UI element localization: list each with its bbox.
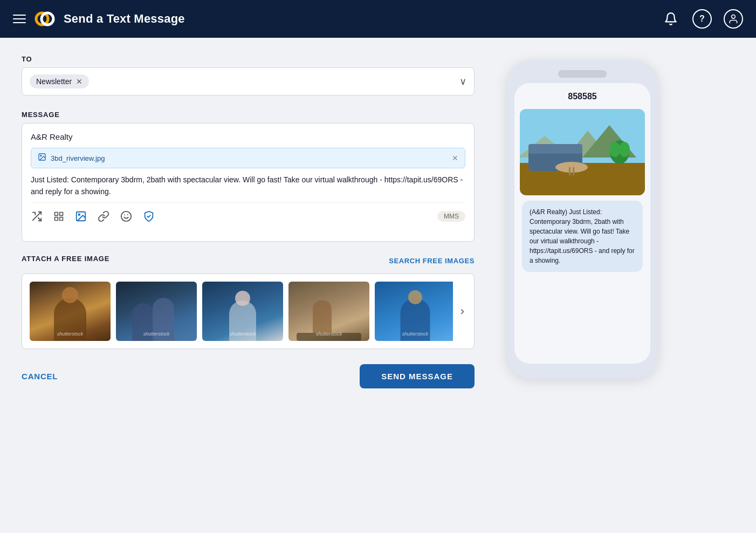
watermark-1: shutterstock: [57, 331, 84, 337]
watermark-3: shutterstock: [230, 331, 256, 337]
gallery-image-3[interactable]: shutterstock: [202, 282, 283, 341]
to-input-left: Newsletter ✕: [30, 74, 89, 88]
message-body-text[interactable]: Just Listed: Contemporary 3bdrm, 2bath w…: [31, 174, 465, 198]
attachment-bar: 3bd_riverview.jpg ✕: [31, 148, 465, 168]
message-toolbar: MMS: [31, 202, 465, 222]
phone-notch: [558, 70, 607, 78]
attach-header: ATTACH A FREE IMAGE SEARCH FREE IMAGES: [22, 255, 475, 267]
gallery-next-button[interactable]: ›: [458, 304, 466, 318]
message-label: MESSAGE: [22, 111, 475, 119]
svg-rect-10: [55, 217, 58, 220]
image-scroll: shutterstock shutterstock: [30, 282, 453, 341]
to-section: TO Newsletter ✕ ∨: [22, 55, 475, 95]
gallery-image-5[interactable]: shutterstock: [375, 282, 453, 341]
message-section: MESSAGE A&R Realty 3bd_riverview.jpg: [22, 111, 475, 242]
svg-rect-22: [528, 144, 582, 154]
watermark-2: shutterstock: [143, 331, 170, 337]
attach-label: ATTACH A FREE IMAGE: [22, 255, 109, 263]
phone-notch-area: [514, 70, 650, 78]
svg-rect-9: [60, 217, 63, 220]
watermark-4: shutterstock: [316, 331, 342, 337]
phone-preview-number: 858585: [520, 92, 645, 101]
attachment-filename: 3bd_riverview.jpg: [51, 154, 105, 162]
sender-name: A&R Realty: [31, 132, 465, 141]
form-section: TO Newsletter ✕ ∨ MESSAGE A&R Realty: [22, 55, 475, 388]
merge-fields-icon[interactable]: [31, 210, 43, 222]
phone-screen: 858585: [514, 83, 650, 364]
attachment-info: 3bd_riverview.jpg: [38, 153, 105, 163]
svg-point-12: [78, 214, 80, 215]
phone-frame: 858585: [507, 60, 658, 379]
svg-rect-24: [569, 167, 571, 175]
gallery-image-1[interactable]: shutterstock: [30, 282, 111, 341]
send-message-button[interactable]: SEND MESSAGE: [360, 364, 475, 388]
svg-rect-25: [573, 167, 574, 175]
notifications-icon[interactable]: [661, 9, 681, 29]
header-right: ?: [661, 9, 743, 29]
attach-section: ATTACH A FREE IMAGE SEARCH FREE IMAGES s…: [22, 255, 475, 349]
message-box[interactable]: A&R Realty 3bd_riverview.jpg ✕: [22, 123, 475, 242]
newsletter-tag: Newsletter ✕: [30, 74, 89, 88]
bottom-actions: CANCEL SEND MESSAGE: [22, 349, 475, 388]
image-attach-icon[interactable]: [75, 210, 87, 222]
svg-point-13: [121, 211, 131, 221]
watermark-5: shutterstock: [402, 331, 429, 337]
phone-preview: 858585: [496, 55, 669, 388]
template-icon[interactable]: [53, 211, 64, 222]
tag-label: Newsletter: [36, 77, 72, 86]
attachment-remove-button[interactable]: ✕: [452, 154, 458, 162]
search-free-images-button[interactable]: SEARCH FREE IMAGES: [389, 257, 475, 265]
gallery-image-4[interactable]: shutterstock: [288, 282, 369, 341]
svg-rect-7: [55, 212, 58, 215]
to-label: TO: [22, 55, 475, 63]
svg-rect-8: [60, 212, 63, 215]
svg-point-2: [732, 15, 736, 19]
svg-point-29: [619, 142, 630, 157]
svg-point-23: [555, 162, 588, 173]
help-icon[interactable]: ?: [692, 9, 712, 29]
to-input-wrapper[interactable]: Newsletter ✕ ∨: [22, 67, 475, 95]
svg-point-28: [609, 142, 620, 157]
app-header: Send a Text Message ?: [0, 0, 756, 38]
page-title: Send a Text Message: [64, 12, 185, 26]
dropdown-arrow-icon[interactable]: ∨: [459, 76, 466, 87]
gallery-image-2[interactable]: shutterstock: [116, 282, 197, 341]
hamburger-menu-icon[interactable]: [13, 15, 26, 23]
header-left: Send a Text Message: [13, 8, 185, 30]
link-icon[interactable]: [98, 210, 109, 222]
phone-message-bubble: (A&R Realty) Just Listed: Contemporary 3…: [522, 201, 643, 272]
image-gallery: shutterstock shutterstock: [22, 274, 475, 349]
tag-close-button[interactable]: ✕: [76, 77, 83, 86]
phone-image-preview: [520, 109, 645, 195]
user-profile-icon[interactable]: [724, 9, 743, 29]
mms-badge: MMS: [437, 211, 465, 222]
main-container: TO Newsletter ✕ ∨ MESSAGE A&R Realty: [0, 38, 756, 406]
svg-point-4: [40, 155, 42, 156]
cancel-button[interactable]: CANCEL: [22, 372, 58, 381]
compliance-check-icon[interactable]: [143, 210, 155, 222]
app-logo: [33, 8, 56, 30]
image-file-icon: [38, 153, 46, 163]
emoji-icon[interactable]: [120, 210, 132, 222]
